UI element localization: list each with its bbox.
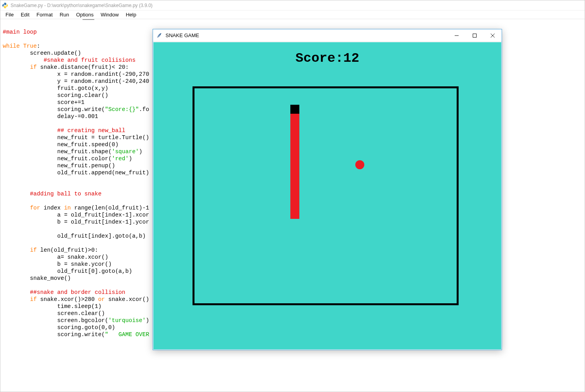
- snake-head: [290, 105, 299, 114]
- code-line: ## creating new_ball: [3, 127, 125, 134]
- menu-window[interactable]: Window: [97, 11, 122, 18]
- code-line: y = random.randint(-240,240: [3, 78, 149, 84]
- code-token: [3, 247, 30, 253]
- code-token: " GAME OVER: [105, 331, 149, 338]
- maximize-button[interactable]: [466, 29, 484, 41]
- code-line: fruit.goto(x,y): [3, 85, 108, 91]
- code-token: :: [37, 43, 40, 49]
- code-token: ): [146, 317, 149, 324]
- menu-help[interactable]: Help: [122, 11, 140, 18]
- code-line: a = old_fruit[index-1].xcor: [3, 212, 149, 218]
- code-line: new_fruit = turtle.Turtle(): [3, 134, 149, 141]
- code-token: in: [64, 205, 71, 211]
- code-token: if: [30, 296, 37, 303]
- code-token: 'red': [112, 156, 129, 162]
- code-line: old_fruit[0].goto(a,b): [3, 268, 132, 274]
- code-token: scoring.write(: [3, 331, 105, 338]
- idle-menubar: File Edit Format Run Options Window Help: [0, 11, 585, 19]
- svg-rect-1: [473, 34, 477, 37]
- code-token: snake.xcor()>280: [37, 296, 98, 303]
- window-controls: [448, 29, 502, 41]
- code-token: len(old_fruit)>0:: [37, 247, 98, 253]
- idle-window-title: SnakeGame.py - D:\work\python\snakegame\…: [11, 3, 153, 8]
- code-line: screen.clear(): [3, 310, 105, 317]
- game-canvas[interactable]: Score:12: [153, 42, 501, 349]
- code-token: if: [30, 64, 37, 70]
- code-token: [3, 64, 30, 70]
- code-token: scoring.write(: [3, 106, 105, 113]
- tk-feather-icon: [156, 32, 162, 39]
- code-token: [3, 296, 30, 303]
- code-token: screen.bgcolor(: [3, 317, 108, 324]
- code-token: new_fruit.shape(: [3, 149, 112, 155]
- code-line: ##snake and border collision: [3, 289, 125, 295]
- score-display: Score:12: [153, 51, 501, 66]
- code-token: [3, 205, 30, 211]
- code-line: old_fruit.append(new_fruit): [3, 170, 149, 176]
- game-titlebar[interactable]: SNAKE GAME: [153, 29, 502, 42]
- code-token: ): [129, 156, 132, 162]
- menu-format[interactable]: Format: [33, 11, 56, 18]
- tab-indicator: [83, 19, 94, 20]
- score-value: 12: [343, 51, 359, 66]
- idle-titlebar[interactable]: SnakeGame.py - D:\work\python\snakegame\…: [0, 0, 585, 11]
- code-token: index: [40, 205, 64, 211]
- code-line: time.sleep(1): [3, 303, 101, 310]
- menu-run[interactable]: Run: [56, 11, 73, 18]
- game-play-area-border: [193, 86, 459, 305]
- menu-file[interactable]: File: [2, 11, 17, 18]
- menu-edit[interactable]: Edit: [17, 11, 33, 18]
- code-line: scoring.goto(0,0): [3, 324, 115, 331]
- minimize-button[interactable]: [448, 29, 466, 41]
- close-button[interactable]: [484, 29, 502, 41]
- score-label: Score:: [295, 51, 343, 66]
- code-line: new_fruit.penup(): [3, 163, 115, 169]
- code-token: 'square': [112, 149, 139, 155]
- fruit: [355, 160, 364, 169]
- code-token: .fo: [139, 106, 149, 113]
- menu-options[interactable]: Options: [72, 11, 97, 18]
- code-token: snake.xcor(): [105, 296, 149, 303]
- code-line: b = snake.ycor(): [3, 261, 112, 267]
- code-token: "Score:{}": [105, 106, 139, 113]
- snake-game-window[interactable]: SNAKE GAME Score:12: [153, 29, 502, 350]
- code-line: x = random.randint(-290,270: [3, 71, 149, 77]
- python-file-icon: [2, 2, 8, 9]
- code-token: new_fruit.color(: [3, 156, 112, 162]
- code-line: snake_move(): [3, 275, 71, 281]
- code-line: #snake and fruit coliisions: [3, 57, 135, 63]
- code-token: 'turquoise': [108, 317, 146, 324]
- code-line: screen.update(): [3, 50, 81, 56]
- code-line: a= snake.xcor(): [3, 254, 108, 260]
- code-line: #main loop: [3, 29, 37, 35]
- code-line: new_fruit.speed(0): [3, 141, 119, 148]
- code-token: for: [30, 205, 40, 211]
- snake-body: [290, 113, 299, 219]
- code-token: range(len(old_fruit)-1: [71, 205, 149, 211]
- code-token: [20, 43, 23, 49]
- code-token: snake.distance(fruit)< 20:: [37, 64, 129, 70]
- code-token: or: [98, 296, 105, 303]
- code-line: scoring.clear(): [3, 92, 108, 98]
- code-token: while: [3, 43, 20, 49]
- game-window-title: SNAKE GAME: [166, 32, 448, 38]
- code-token: ): [139, 149, 142, 155]
- code-line: delay-=0.001: [3, 113, 98, 120]
- code-line: old_fruit[index].goto(a,b): [3, 233, 146, 239]
- code-line: score+=1: [3, 99, 85, 106]
- code-line: b = old_fruit[index-1].ycor: [3, 219, 149, 225]
- code-token: if: [30, 247, 37, 253]
- code-line: #adding ball to snake: [3, 191, 101, 197]
- code-token: True: [23, 43, 37, 49]
